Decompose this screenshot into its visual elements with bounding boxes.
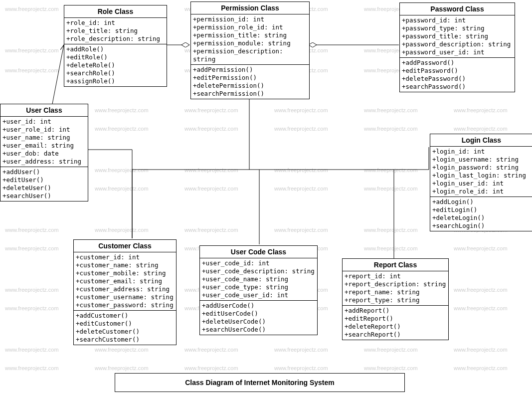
class-user-ops: +addUser() +editUser() +deleteUser() +se… <box>0 167 88 201</box>
class-user-title: User Class <box>0 104 88 117</box>
attr: +user_email: string <box>2 142 86 150</box>
class-report-attrs: +report_id: int +report_description: str… <box>343 271 448 306</box>
attr: +password_title: string <box>402 32 513 40</box>
class-password: Password Class +password_id: int +passwo… <box>399 2 515 92</box>
class-user: User Class +user_id: int +user_role_id: … <box>0 104 88 201</box>
attr: +report_id: int <box>345 272 446 280</box>
attr: +role_title: string <box>66 27 165 35</box>
class-role: Role Class +role_id: int +role_title: st… <box>64 5 167 87</box>
op: +addReport() <box>345 307 446 315</box>
attr: +user_code_description: string <box>202 267 315 275</box>
op: +editRole() <box>66 53 165 61</box>
attr: +permission_description: string <box>193 47 307 63</box>
attr: +role_description: string <box>66 35 165 43</box>
attr: +password_type: string <box>402 24 513 32</box>
class-password-attrs: +password_id: int +password_type: string… <box>400 15 515 58</box>
op: +searchPassword() <box>402 83 513 91</box>
attr: +password_description: string <box>402 40 513 48</box>
attr: +user_code_name: string <box>202 275 315 283</box>
attr: +permission_id: int <box>193 15 307 23</box>
op: +deletePermission() <box>193 82 307 90</box>
attr: +permission_role_id: int <box>193 23 307 31</box>
class-report-ops: +addReport() +editReport() +deleteReport… <box>343 306 448 340</box>
class-permission-title: Permission Class <box>191 2 309 14</box>
class-login: Login Class +login_id: int +login_userna… <box>430 134 532 231</box>
op: +addCustomer() <box>76 312 174 320</box>
op: +editCustomer() <box>76 320 174 328</box>
op: +editPassword() <box>402 67 513 75</box>
op: +searchCustomer() <box>76 336 174 344</box>
attr: +user_code_user_id: int <box>202 291 315 299</box>
attr: +customer_address: string <box>76 285 174 293</box>
svg-line-1 <box>52 45 64 104</box>
class-customer: Customer Class +customer_id: int +custom… <box>73 239 177 345</box>
attr: +user_address: string <box>2 158 86 166</box>
diagram-title: Class Diagram of Internet Monitoring Sys… <box>115 373 405 392</box>
class-role-title: Role Class <box>64 5 167 18</box>
attr: +customer_mobile: string <box>76 269 174 277</box>
op: +editPermission() <box>193 74 307 82</box>
class-report-title: Report Class <box>343 259 448 271</box>
attr: +login_user_id: int <box>432 180 531 188</box>
op: +addPassword() <box>402 59 513 67</box>
op: +deleteCustomer() <box>76 328 174 336</box>
attr: +customer_password: string <box>76 301 174 309</box>
attr: +report_type: string <box>345 296 446 304</box>
attr: +login_id: int <box>432 148 531 156</box>
class-login-title: Login Class <box>430 134 532 147</box>
attr: +password_user_id: int <box>402 48 513 56</box>
class-customer-title: Customer Class <box>74 240 176 252</box>
attr: +customer_email: string <box>76 277 174 285</box>
attr: +permission_module: string <box>193 39 307 47</box>
op: +deleteUserCode() <box>202 318 315 326</box>
op: +deletePassword() <box>402 75 513 83</box>
op: +editUserCode() <box>202 310 315 318</box>
class-customer-ops: +addCustomer() +editCustomer() +deleteCu… <box>74 311 176 345</box>
attr: +permission_title: string <box>193 31 307 39</box>
class-customer-attrs: +customer_id: int +customer_name: string… <box>74 252 176 311</box>
op: +editUser() <box>2 176 86 184</box>
attr: +user_dob: date <box>2 150 86 158</box>
class-permission-attrs: +permission_id: int +permission_role_id:… <box>191 14 309 65</box>
op: +searchRole() <box>66 69 165 77</box>
op: +searchUserCode() <box>202 326 315 334</box>
class-usercode-title: User Code Class <box>200 246 317 258</box>
attr: +customer_name: string <box>76 261 174 269</box>
op: +editReport() <box>345 315 446 323</box>
attr: +user_code_type: string <box>202 283 315 291</box>
attr: +password_id: int <box>402 16 513 24</box>
class-password-ops: +addPassword() +editPassword() +deletePa… <box>400 58 515 92</box>
class-role-attrs: +role_id: int +role_title: string +role_… <box>64 18 167 44</box>
op: +addUser() <box>2 168 86 176</box>
op: +searchPermission() <box>193 90 307 98</box>
attr: +login_role_id: int <box>432 188 531 196</box>
op: +addUserCode() <box>202 302 315 310</box>
op: +addLogin() <box>432 198 531 206</box>
op: +addPermission() <box>193 66 307 74</box>
attr: +report_description: string <box>345 280 446 288</box>
class-report: Report Class +report_id: int +report_des… <box>342 258 449 340</box>
op: +assignRole() <box>66 77 165 85</box>
attr: +user_role_id: int <box>2 126 86 134</box>
class-usercode: User Code Class +user_code_id: int +user… <box>199 245 318 335</box>
op: +addRole() <box>66 45 165 53</box>
class-permission: Permission Class +permission_id: int +pe… <box>190 1 310 99</box>
op: +editLogin() <box>432 206 531 214</box>
attr: +user_code_id: int <box>202 259 315 267</box>
attr: +login_password: string <box>432 164 531 172</box>
class-usercode-attrs: +user_code_id: int +user_code_descriptio… <box>200 258 317 301</box>
attr: +login_username: string <box>432 156 531 164</box>
attr: +role_id: int <box>66 19 165 27</box>
op: +searchLogin() <box>432 222 531 230</box>
class-usercode-ops: +addUserCode() +editUserCode() +deleteUs… <box>200 301 317 335</box>
op: +deleteLogin() <box>432 214 531 222</box>
op: +deleteRole() <box>66 61 165 69</box>
class-login-ops: +addLogin() +editLogin() +deleteLogin() … <box>430 197 532 231</box>
attr: +customer_username: string <box>76 293 174 301</box>
attr: +customer_id: int <box>76 253 174 261</box>
class-permission-ops: +addPermission() +editPermission() +dele… <box>191 65 309 99</box>
attr: +user_name: string <box>2 134 86 142</box>
class-login-attrs: +login_id: int +login_username: string +… <box>430 147 532 197</box>
op: +searchUser() <box>2 192 86 200</box>
class-user-attrs: +user_id: int +user_role_id: int +user_n… <box>0 117 88 167</box>
